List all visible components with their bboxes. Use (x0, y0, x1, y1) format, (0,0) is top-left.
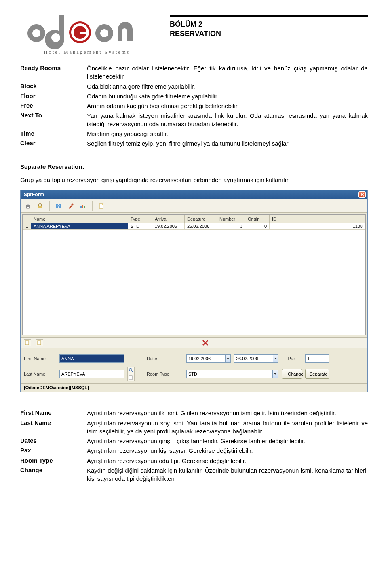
svg-rect-11 (80, 206, 82, 208)
room-type-label: Room Type (147, 371, 183, 376)
header-rule-top (170, 15, 368, 17)
form-area: First Name Dates Pax Last Name Room Type… (21, 348, 367, 383)
close-button[interactable] (358, 191, 366, 198)
grid-col-arrival[interactable]: Arrival (152, 215, 185, 223)
grid-empty-area (23, 230, 365, 335)
add-icon[interactable]: + (24, 339, 31, 346)
cell-arrival[interactable]: 19.02.2006 (152, 223, 185, 230)
svg-line-20 (132, 371, 133, 372)
def-desc: Öncelikle hazır odalar listelenecektir. … (87, 64, 368, 82)
separate-reservation-para: Grup ya da toplu rezervasyon girişi yapı… (20, 176, 368, 184)
grid-col-number[interactable]: Number (217, 215, 245, 223)
cell-number[interactable]: 3 (217, 223, 245, 230)
svg-rect-3 (80, 32, 87, 34)
cell-type[interactable]: STD (128, 223, 152, 230)
search-icon[interactable] (127, 367, 135, 374)
def-desc: Ayrıştırılan rezervasyonun kişi sayısı. … (87, 446, 368, 456)
chevron-down-icon[interactable] (273, 354, 278, 363)
def-desc: Ayrıştırılan rezervasyonun soy ismi. Yan… (87, 418, 368, 437)
svg-rect-12 (82, 205, 83, 208)
cell-id[interactable]: 1108 (270, 223, 365, 230)
def-term: Time (20, 129, 87, 139)
new-profile-icon[interactable] (127, 374, 135, 381)
svg-rect-13 (84, 206, 85, 208)
def-term: Last Name (20, 418, 87, 437)
svg-point-10 (72, 203, 74, 205)
toolbar: ? (21, 199, 367, 213)
def-desc: Ayrıştırılan rezervasyonun oda tipi. Ger… (87, 456, 368, 466)
grid-col-rownum (23, 215, 31, 223)
first-name-label: First Name (24, 356, 56, 361)
svg-rect-7 (38, 206, 42, 208)
first-name-input[interactable] (59, 354, 124, 363)
grid-col-name[interactable]: Name (31, 215, 128, 223)
def-term: Next To (20, 111, 87, 129)
cell-name[interactable]: ANNA AREPYEVA (31, 223, 128, 230)
logo-tagline: Hotel Management Systems (20, 49, 154, 55)
def-term: Free (20, 101, 87, 111)
chevron-down-icon[interactable] (272, 370, 278, 378)
svg-rect-17 (38, 341, 41, 345)
def-desc: Kaydın değişikliğini saklamak için kulla… (87, 466, 368, 484)
grid-col-origin[interactable]: Origin (245, 215, 270, 223)
def-term: First Name (20, 408, 87, 418)
table-row[interactable]: 1 ANNA AREPYEVA STD 19.02.2006 26.02.200… (23, 223, 365, 230)
cell-departure[interactable]: 26.02.2006 (185, 223, 217, 230)
lock-icon[interactable] (35, 201, 45, 211)
svg-point-19 (129, 369, 132, 371)
definitions-table-2: First NameAyrıştırılan rezervasyonun ilk… (20, 408, 368, 484)
logo: Hotel Management Systems (20, 12, 154, 55)
separate-reservation-heading: Separate Reservation: (20, 163, 368, 170)
sprform-window: SprForm ? Name Type Arrival Depatu (20, 190, 368, 392)
grid-col-type[interactable]: Type (128, 215, 152, 223)
def-desc: Aranın odanın kaç gün boş olması gerekti… (87, 101, 368, 111)
def-term: Block (20, 82, 87, 91)
chevron-down-icon[interactable] (225, 354, 231, 363)
def-term: Ready Rooms (20, 64, 87, 82)
def-desc: Yan yana kalmak isteyen misafirler arası… (87, 111, 368, 129)
cell-origin[interactable]: 0 (245, 223, 270, 230)
def-desc: Misafirin giriş yapacağı saattir. (87, 129, 368, 139)
tool-icon[interactable] (66, 201, 76, 211)
help-icon[interactable]: ? (54, 201, 63, 211)
data-grid[interactable]: Name Type Arrival Depature Number Origin… (22, 214, 366, 335)
separate-button[interactable]: Separate (305, 369, 329, 379)
def-term: Floor (20, 91, 87, 101)
note-icon[interactable] (97, 201, 106, 211)
def-term: Clear (20, 139, 87, 149)
def-term: Change (20, 466, 87, 484)
chart-icon[interactable] (78, 201, 88, 211)
last-name-label: Last Name (24, 371, 56, 376)
header-rule-bottom (170, 43, 368, 43)
def-term: Pax (20, 446, 87, 456)
def-desc: Ayrıştırılan rezervasyonun ilk ismi. Gir… (87, 408, 368, 418)
pax-label: Pax (282, 356, 302, 361)
svg-rect-5 (27, 204, 29, 205)
def-desc: Odanın bulunduğu kata göre filtreleme ya… (87, 91, 368, 101)
svg-text:+: + (29, 342, 30, 345)
room-type-select[interactable] (186, 370, 278, 378)
grid-header-row: Name Type Arrival Depature Number Origin… (23, 215, 365, 223)
dates-label: Dates (147, 356, 183, 361)
delete-icon[interactable] (202, 339, 209, 346)
remove-icon[interactable]: − (36, 339, 43, 346)
section-line-1: BÖLÜM 2 (170, 20, 368, 29)
grid-col-departure[interactable]: Depature (185, 215, 217, 223)
svg-rect-6 (27, 207, 29, 208)
def-desc: Ayrıştırılan rezervasyonun giriş – çıkış… (87, 436, 368, 446)
definitions-table-1: Ready RoomsÖncelikle hazır odalar listel… (20, 64, 368, 149)
svg-text:−: − (41, 342, 42, 345)
print-icon[interactable] (23, 201, 33, 211)
date-to-input[interactable] (234, 354, 278, 363)
def-term: Room Type (20, 456, 87, 466)
change-button[interactable]: Change (282, 369, 302, 379)
pax-input[interactable] (305, 354, 329, 363)
last-name-input[interactable] (59, 370, 124, 378)
date-from-input[interactable] (186, 354, 231, 363)
svg-text:?: ? (57, 204, 60, 208)
row-number: 1 (23, 223, 31, 230)
def-term: Dates (20, 436, 87, 446)
grid-col-id[interactable]: ID (270, 215, 365, 223)
def-desc: Oda bloklarına göre filtreleme yapılabil… (87, 82, 368, 91)
section-line-2: RESERVATION (170, 29, 368, 38)
